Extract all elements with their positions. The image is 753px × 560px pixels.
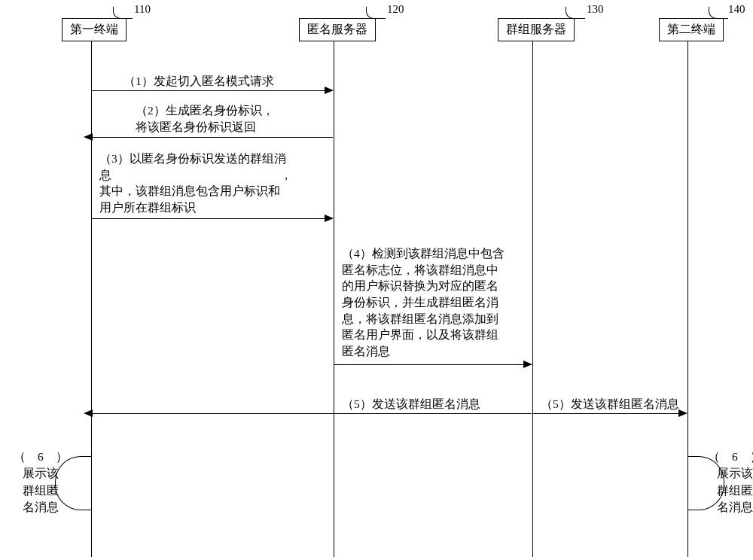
arrow-right-icon (678, 409, 687, 417)
message-6b-label: （ 6 ） 展示该 群组匿 名消息 (708, 449, 753, 516)
message-6a-label: （ 6 ） 展示该 群组匿 名消息 (14, 449, 68, 516)
message-1-arrow (92, 90, 325, 91)
arrow-right-icon (325, 215, 334, 222)
arrow-right-icon (325, 87, 334, 94)
message-5a-arrow (92, 413, 532, 414)
participant-terminal-2: 第二终端 (659, 18, 724, 41)
sequence-diagram: 第一终端 110 匿名服务器 120 群组服务器 130 第二终端 140 （1… (0, 0, 753, 560)
message-4-arrow (334, 364, 524, 365)
message-5b-label: （5）发送该群组匿名消息 (541, 396, 679, 412)
ref-hook-icon (709, 7, 728, 19)
participant-terminal-1: 第一终端 (62, 18, 127, 41)
arrow-left-icon (84, 409, 93, 417)
message-1-label: （1）发起切入匿名模式请求 (123, 73, 274, 90)
lifeline-anonymous-server (334, 41, 334, 557)
arrow-left-icon (84, 133, 93, 141)
participant-group-server: 群组服务器 (498, 18, 575, 41)
message-2-label: （2）生成匿名身份标识， 将该匿名身份标识返回 (136, 102, 274, 135)
lifeline-group-server (532, 41, 533, 557)
ref-hook-icon (566, 7, 585, 19)
participant-anonymous-server: 匿名服务器 (299, 18, 376, 41)
ref-terminal-1: 110 (134, 3, 151, 16)
message-2-arrow (92, 137, 333, 138)
ref-hook-icon (113, 7, 133, 19)
message-3-arrow (92, 218, 325, 219)
message-4-label: （4）检测到该群组消息中包含 匿名标志位，将该群组消息中 的用户标识替换为对应的… (342, 245, 505, 360)
ref-group-server: 130 (587, 3, 604, 16)
ref-anonymous-server: 120 (387, 3, 404, 16)
message-3-label: （3）以匿名身份标识发送的群组消 息 ， 其中，该群组消息包含用户标识和 用户所… (99, 151, 292, 216)
message-5a-label: （5）发送该群组匿名消息 (342, 396, 480, 412)
ref-hook-icon (366, 7, 386, 19)
message-5b-arrow (533, 413, 679, 414)
arrow-right-icon (523, 361, 532, 368)
ref-terminal-2: 140 (728, 3, 745, 16)
lifeline-terminal-1 (91, 41, 92, 557)
